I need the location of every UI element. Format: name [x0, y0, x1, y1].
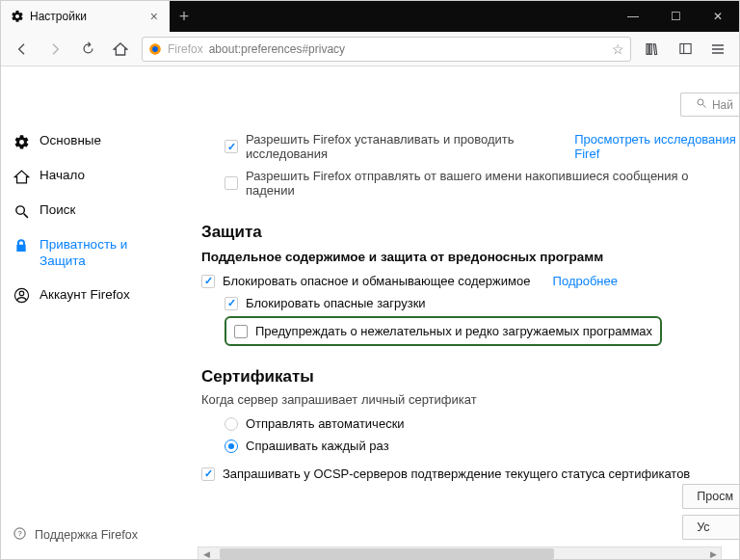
scroll-left-icon[interactable]: ◀ [198, 547, 214, 559]
certs-description: Когда сервер запрашивает личный сертифик… [201, 390, 739, 413]
settings-icon [11, 10, 24, 23]
scroll-right-icon[interactable]: ▶ [705, 547, 721, 559]
label-ask-each: Спрашивать каждый раз [246, 439, 389, 453]
help-icon: ? [13, 526, 27, 544]
checkbox-block-deceptive[interactable] [201, 275, 215, 288]
label-block-downloads: Блокировать опасные загрузки [246, 296, 426, 310]
sidebar-label: Начало [40, 168, 85, 184]
checkbox-warn-unwanted[interactable] [234, 325, 248, 338]
search-icon [13, 202, 30, 220]
url-address: about:preferences#privacy [209, 42, 606, 56]
window-close[interactable]: ✕ [697, 1, 739, 32]
new-tab-button[interactable]: + [170, 7, 198, 27]
heading-certificates: Сертификаты [201, 367, 739, 387]
sidebar-item-privacy[interactable]: Приватность и Защита [9, 228, 158, 279]
bookmark-star-icon[interactable]: ☆ [612, 41, 624, 57]
support-label: Поддержка Firefox [35, 528, 138, 542]
label-allow-research: Разрешить Firefox устанавливать и провод… [246, 132, 552, 161]
window-maximize[interactable]: ☐ [654, 1, 697, 32]
label-warn-unwanted: Предупреждать о нежелательных и редко за… [255, 324, 652, 338]
view-certs-button[interactable]: Просм [682, 484, 739, 509]
sidebar-label: Основные [40, 133, 101, 149]
url-bar[interactable]: Firefox about:preferences#privacy ☆ [142, 37, 631, 62]
sidebar-label: Поиск [40, 202, 75, 219]
lock-icon [13, 237, 30, 254]
sidebar-label: Приватность и Защита [40, 237, 154, 270]
svg-rect-2 [679, 44, 690, 54]
sidebar-item-account[interactable]: Аккаунт Firefox [9, 279, 158, 313]
close-tab-icon[interactable]: × [146, 9, 162, 24]
tab-bar: Настройки × + — ☐ ✕ [1, 1, 739, 32]
settings-sidebar: Основные Начало Поиск Приватность и Защи… [9, 124, 158, 313]
library-button[interactable] [637, 36, 668, 63]
radio-ask-each[interactable] [225, 440, 238, 453]
url-prefix: Firefox [168, 42, 203, 56]
active-tab[interactable]: Настройки × [1, 1, 170, 32]
highlighted-option: Предупреждать о нежелательных и редко за… [225, 316, 662, 346]
sidebar-item-search[interactable]: Поиск [9, 194, 158, 228]
sidebar-item-general[interactable]: Основные [9, 124, 158, 159]
heading-malware: Поддельное содержимое и защита от вредон… [201, 250, 739, 264]
checkbox-ocsp[interactable] [201, 467, 215, 481]
tab-title: Настройки [30, 10, 141, 23]
horizontal-scrollbar[interactable]: ◀ ▶ [198, 547, 722, 559]
radio-send-auto[interactable] [225, 417, 238, 431]
window-minimize[interactable]: — [612, 1, 654, 32]
link-learn-more[interactable]: Подробнее [553, 274, 618, 288]
gear-icon [13, 133, 30, 150]
sidebar-label: Аккаунт Firefox [40, 287, 130, 304]
sidebar-item-home[interactable]: Начало [9, 159, 158, 194]
support-link[interactable]: ? Поддержка Firefox [9, 520, 142, 549]
settings-main: Разрешить Firefox устанавливать и провод… [201, 67, 739, 559]
label-ocsp: Запрашивать у OCSP-серверов подтверждени… [223, 467, 690, 481]
back-button[interactable] [7, 36, 38, 63]
svg-text:?: ? [17, 529, 21, 538]
svg-point-1 [152, 46, 158, 52]
home-icon [13, 168, 30, 185]
checkbox-crash-reports[interactable] [225, 176, 238, 190]
home-button[interactable] [105, 36, 136, 63]
firefox-icon [148, 42, 162, 56]
sidebar-button[interactable] [670, 36, 700, 63]
devices-button[interactable]: Ус [682, 515, 739, 540]
checkbox-block-downloads[interactable] [225, 297, 238, 310]
svg-point-6 [15, 205, 23, 214]
label-send-auto: Отправлять автоматически [246, 416, 405, 431]
checkbox-allow-research[interactable] [225, 140, 238, 153]
reload-button[interactable] [72, 36, 103, 63]
menu-button[interactable] [702, 36, 733, 63]
label-block-deceptive: Блокировать опасное и обманывающее содер… [223, 274, 530, 288]
svg-point-9 [19, 291, 24, 296]
svg-line-7 [23, 213, 27, 217]
account-icon [13, 287, 30, 305]
label-crash-reports: Разрешить Firefox отправлять от вашего и… [246, 169, 739, 198]
navigation-toolbar: Firefox about:preferences#privacy ☆ [1, 32, 739, 67]
forward-button[interactable] [40, 36, 70, 63]
heading-protection: Защита [201, 223, 739, 242]
scrollbar-thumb[interactable] [220, 548, 554, 559]
link-view-research[interactable]: Просмотреть исследования Firef [574, 132, 739, 161]
